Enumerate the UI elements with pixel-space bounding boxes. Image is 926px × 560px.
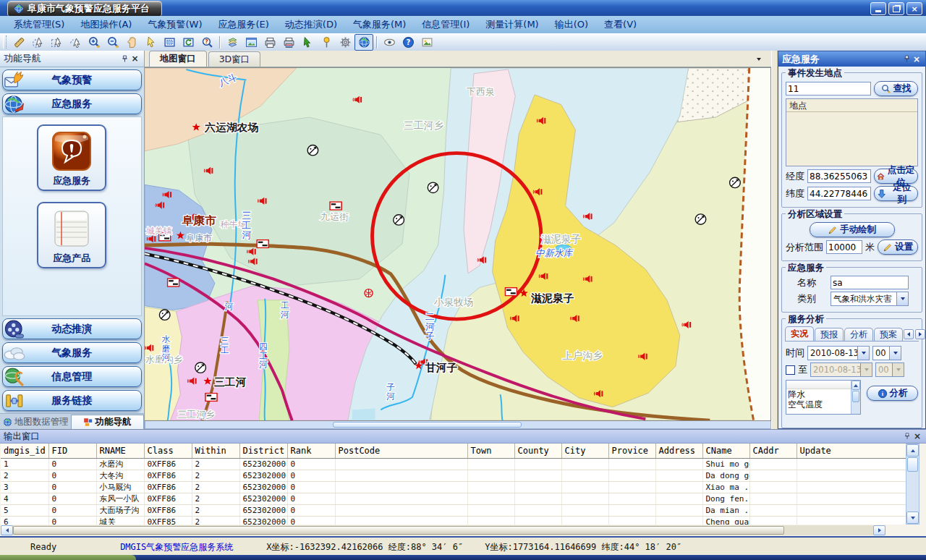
full-extent-icon[interactable] [160, 34, 179, 51]
set-range-button[interactable]: 设置 [878, 239, 918, 255]
identify-icon[interactable] [197, 34, 216, 51]
menu-item-8[interactable]: 测量计算(M) [477, 16, 546, 33]
latitude-input[interactable] [807, 187, 871, 200]
map-horizontal-scrollbar[interactable] [145, 421, 771, 429]
sidebar-group-button-bottom-2[interactable]: 气象服务 [2, 342, 142, 363]
menu-item-5[interactable]: 动态推演(D) [277, 16, 345, 33]
menu-item-7[interactable]: 信息管理(I) [414, 16, 477, 33]
menu-item-10[interactable]: 查看(V) [596, 16, 645, 33]
select-circle-icon[interactable] [28, 34, 47, 51]
table-row[interactable]: 10水磨沟0XFF8626523020000Shui mo gou [1, 459, 906, 470]
tab-function-navigation[interactable]: 功能导航 [71, 415, 143, 429]
refresh-icon[interactable] [179, 34, 197, 51]
gear-icon[interactable] [336, 34, 354, 51]
service-type-select[interactable]: 气象和洪水灾害 [831, 292, 909, 306]
column-header-Update[interactable]: Update [797, 444, 906, 459]
output-pin-icon[interactable] [902, 431, 912, 441]
table-row[interactable]: 50大面场子沟0XFF8626523020000Da mian ... [1, 505, 906, 517]
location-list[interactable]: 地点 [786, 98, 918, 166]
service-type-dropdown-icon[interactable] [896, 292, 908, 305]
menu-item-1[interactable]: 系统管理(S) [6, 16, 72, 33]
sidebar-group-button-1[interactable]: 气象预警 [2, 69, 142, 90]
to-time-checkbox[interactable] [786, 365, 795, 375]
menu-item-3[interactable]: 气象预警(W) [140, 16, 210, 33]
output-horizontal-scrollbar[interactable] [1, 525, 885, 535]
column-header-Rank[interactable]: Rank [287, 444, 335, 459]
sidebar-group-button-2[interactable]: 应急服务 [2, 93, 142, 114]
pan-hand-icon[interactable] [122, 34, 141, 51]
sidebar-pin-icon[interactable] [120, 54, 130, 64]
table-row[interactable]: 30小马厩沟0XFF8626523020000Xiao ma ... [1, 482, 906, 493]
tab-map-data-management[interactable]: 地图数据管理 [0, 415, 71, 429]
green-arrow-icon[interactable] [298, 34, 317, 51]
column-header-County[interactable]: County [514, 444, 561, 459]
time-hour-select[interactable]: 00 [872, 346, 901, 360]
pushpin-icon[interactable] [317, 34, 336, 51]
weather-element-list[interactable]: 降水空气温度 [786, 380, 861, 415]
pointer-icon[interactable] [141, 34, 160, 51]
column-header-FID[interactable]: FID [48, 444, 96, 459]
right-panel-close-icon[interactable]: × [912, 54, 922, 64]
list-item[interactable]: 降水 [786, 389, 851, 399]
eye-icon[interactable] [380, 34, 399, 51]
analysis-range-input[interactable] [826, 240, 862, 254]
service-tab-预案[interactable]: 预案 [874, 328, 903, 341]
column-header-City[interactable]: City [561, 444, 608, 459]
menu-item-2[interactable]: 地图操作(A) [72, 16, 140, 33]
picture-icon[interactable] [417, 34, 436, 51]
select-rect-icon[interactable] [47, 34, 66, 51]
sidebar-group-button-bottom-1[interactable]: 动态推演 [2, 318, 142, 339]
scroll-up-icon[interactable] [851, 381, 860, 390]
emergency-service-item[interactable]: 应急服务 [37, 124, 106, 191]
time-date-select[interactable]: 2010-08-13 [807, 346, 870, 360]
panel-splitter[interactable] [771, 51, 778, 429]
time-hour-dropdown-icon[interactable] [889, 347, 901, 360]
sidebar-group-button-bottom-3[interactable]: 信息管理 [2, 366, 142, 387]
output-close-icon[interactable]: × [912, 431, 922, 441]
select-lasso-icon[interactable] [66, 34, 85, 51]
measure-icon[interactable] [9, 34, 28, 51]
table-row[interactable]: 20大冬沟0XFF8626523020000Da dong gou [1, 470, 906, 482]
tab-3d-window[interactable]: 3D窗口 [208, 51, 261, 67]
longitude-input[interactable] [807, 169, 871, 183]
right-panel-pin-icon[interactable] [901, 54, 912, 64]
event-location-input[interactable] [786, 82, 871, 96]
column-header-CAddr[interactable]: CAddr [749, 444, 797, 459]
tab-map-window[interactable]: 地图窗口 [149, 51, 207, 67]
minimize-button[interactable] [870, 2, 886, 15]
restore-button[interactable] [888, 2, 904, 15]
list-item[interactable]: 空气温度 [786, 399, 851, 410]
search-button[interactable]: 查找 [874, 81, 918, 96]
image-window-icon[interactable] [242, 34, 260, 51]
column-header-Provice[interactable]: Provice [608, 444, 655, 459]
map-canvas[interactable]: 六运湖农场三工河乡下西泉九运街阜康市城关镇种牛场阜康市滋泥泉子中新水库小泉牧场滋… [145, 67, 771, 421]
locate-to-button[interactable]: 定位到 [874, 186, 918, 201]
column-header-District[interactable]: District [239, 444, 287, 459]
sidebar-close-icon[interactable]: × [130, 54, 140, 64]
zoom-in-icon[interactable] [85, 34, 103, 51]
scroll-left-icon[interactable] [1, 525, 13, 535]
menu-item-6[interactable]: 气象服务(M) [345, 16, 414, 33]
scroll-up-icon[interactable] [906, 444, 919, 457]
zoom-out-icon[interactable] [103, 34, 122, 51]
output-vertical-scrollbar[interactable] [906, 444, 919, 525]
layers-icon[interactable] [223, 34, 242, 51]
tabs-scroll-right-icon[interactable] [915, 329, 925, 339]
scroll-right-icon[interactable] [873, 525, 885, 535]
service-name-input[interactable] [831, 276, 909, 289]
service-tab-预报[interactable]: 预报 [815, 328, 844, 341]
menu-item-4[interactable]: 应急服务(E) [210, 16, 276, 33]
help-icon[interactable] [399, 34, 417, 51]
column-header-Class[interactable]: Class [144, 444, 192, 459]
column-header-Within[interactable]: Within [192, 444, 239, 459]
column-header-dmgis_id[interactable]: dmgis_id [1, 444, 48, 459]
sidebar-group-button-bottom-4[interactable]: 服务链接 [2, 390, 142, 411]
print-icon[interactable] [260, 34, 279, 51]
globe-icon[interactable] [354, 34, 373, 51]
print-color-icon[interactable] [279, 34, 298, 51]
table-row[interactable]: 40东风一小队0XFF8626523020000Dong fen... [1, 493, 906, 505]
service-tab-分析[interactable]: 分析 [844, 328, 873, 341]
column-header-Town[interactable]: Town [467, 444, 514, 459]
column-header-Address[interactable]: Address [655, 444, 702, 459]
table-row[interactable]: 60城关0XFF8526523020000Cheng guan [1, 517, 906, 525]
